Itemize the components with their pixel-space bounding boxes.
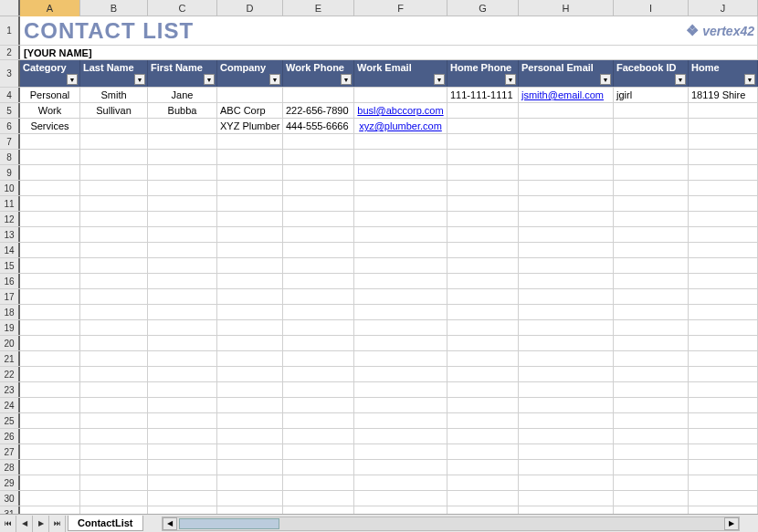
email-link[interactable]: busl@abccorp.com [357, 105, 443, 116]
cell-company[interactable] [217, 258, 283, 273]
cell-company[interactable] [217, 475, 283, 490]
cell-hphone[interactable] [447, 320, 519, 335]
row-number[interactable]: 2 [0, 46, 20, 59]
tab-nav-prev[interactable]: ◀ [16, 516, 33, 532]
cell-first[interactable] [148, 134, 217, 149]
cell-pemail[interactable] [519, 289, 614, 304]
cell-last[interactable] [80, 367, 148, 381]
row-number[interactable]: 9 [0, 165, 20, 180]
cell-home[interactable] [689, 382, 758, 397]
cell-home[interactable] [689, 258, 758, 273]
cell-company[interactable]: ABC Corp [217, 103, 283, 118]
cell-last[interactable] [80, 150, 148, 164]
cell-category[interactable] [20, 289, 80, 304]
cell-wemail[interactable] [354, 289, 447, 304]
cell-hphone[interactable] [447, 274, 519, 288]
cell-home[interactable] [689, 336, 758, 350]
cell-wphone[interactable] [283, 336, 354, 350]
cell-last[interactable] [80, 274, 148, 288]
cell-first[interactable] [148, 196, 217, 211]
cell-last[interactable] [80, 429, 148, 443]
cell-fb[interactable] [614, 320, 689, 335]
cell-company[interactable] [217, 196, 283, 211]
cell-category[interactable] [20, 491, 80, 506]
column-header-C[interactable]: C [148, 0, 217, 16]
cell-hphone[interactable] [447, 382, 519, 397]
cell-first[interactable] [148, 165, 217, 180]
cell-first[interactable] [148, 274, 217, 288]
row-number[interactable]: 12 [0, 212, 20, 226]
cell-hphone[interactable] [447, 165, 519, 180]
cell-home[interactable] [689, 227, 758, 242]
cell-hphone[interactable] [447, 413, 519, 428]
cell-last[interactable] [80, 212, 148, 226]
cell-pemail[interactable] [519, 181, 614, 195]
cell-wphone[interactable] [283, 243, 354, 257]
cell-wemail[interactable] [354, 320, 447, 335]
cell-wphone[interactable] [283, 150, 354, 164]
cell-first[interactable] [148, 429, 217, 443]
cell-first[interactable] [148, 320, 217, 335]
cell-hphone[interactable] [447, 103, 519, 118]
cell-wphone[interactable] [283, 367, 354, 381]
column-header-D[interactable]: D [217, 0, 283, 16]
cell-wphone[interactable]: 444-555-6666 [283, 119, 354, 133]
row-number[interactable]: 13 [0, 227, 20, 242]
column-header-I[interactable]: I [614, 0, 689, 16]
cell-home[interactable] [689, 196, 758, 211]
row-number[interactable]: 20 [0, 336, 20, 350]
cell-hphone[interactable] [447, 367, 519, 381]
cell-hphone[interactable] [447, 134, 519, 149]
header-first-name[interactable]: First Name▼ [148, 60, 217, 87]
cell-company[interactable] [217, 336, 283, 350]
cell-wphone[interactable] [283, 134, 354, 149]
cell-wemail[interactable] [354, 227, 447, 242]
cell-last[interactable] [80, 351, 148, 366]
scroll-left-button[interactable]: ◀ [163, 517, 177, 530]
cell-fb[interactable] [614, 134, 689, 149]
cell-last[interactable] [80, 196, 148, 211]
cell-fb[interactable] [614, 429, 689, 443]
cell-home[interactable] [689, 103, 758, 118]
cell-home[interactable] [689, 460, 758, 475]
cell-home[interactable] [689, 274, 758, 288]
cell-wemail[interactable] [354, 444, 447, 459]
cell-fb[interactable] [614, 181, 689, 195]
cell-last[interactable] [80, 413, 148, 428]
horizontal-scrollbar[interactable]: ◀ ▶ [162, 516, 741, 531]
cell-company[interactable] [217, 460, 283, 475]
cell-wemail[interactable] [354, 243, 447, 257]
cell-company[interactable] [217, 367, 283, 381]
cell-wemail[interactable] [354, 429, 447, 443]
cell-wphone[interactable] [283, 382, 354, 397]
cell-last[interactable] [80, 305, 148, 319]
cell-home[interactable]: 18119 Shire [689, 88, 758, 102]
cell-fb[interactable] [614, 212, 689, 226]
cell-wphone[interactable]: 222-656-7890 [283, 103, 354, 118]
cell-home[interactable] [689, 181, 758, 195]
cell-fb[interactable] [614, 413, 689, 428]
cell-fb[interactable] [614, 165, 689, 180]
cell-wemail[interactable]: busl@abccorp.com [354, 103, 447, 118]
column-header-H[interactable]: H [519, 0, 614, 16]
cell-company[interactable] [217, 491, 283, 506]
cell-first[interactable] [148, 475, 217, 490]
cell-wphone[interactable] [283, 398, 354, 412]
cell-company[interactable] [217, 150, 283, 164]
column-header-B[interactable]: B [80, 0, 148, 16]
row-number[interactable]: 7 [0, 134, 20, 149]
cell-category[interactable] [20, 460, 80, 475]
header-last-name[interactable]: Last Name▼ [80, 60, 148, 87]
cell-home[interactable] [689, 289, 758, 304]
cell-company[interactable] [217, 243, 283, 257]
cell-company[interactable] [217, 305, 283, 319]
cell-category[interactable] [20, 196, 80, 211]
cell-last[interactable] [80, 460, 148, 475]
cell-category[interactable] [20, 227, 80, 242]
cell-category[interactable]: Personal [20, 88, 80, 102]
cell-first[interactable] [148, 119, 217, 133]
header-company[interactable]: Company▼ [217, 60, 283, 87]
cell-company[interactable] [217, 413, 283, 428]
cell-fb[interactable] [614, 460, 689, 475]
cell-hphone[interactable] [447, 444, 519, 459]
